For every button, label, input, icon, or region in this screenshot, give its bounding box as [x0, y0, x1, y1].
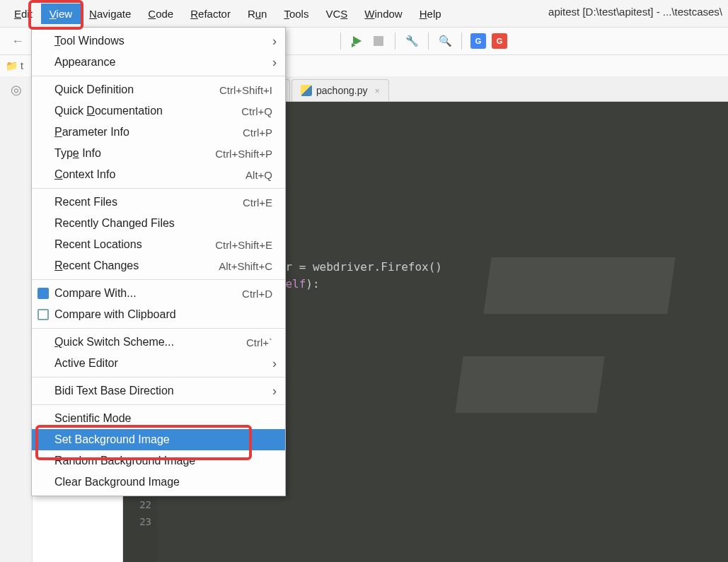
- menu-item-shortcut: Ctrl+Shift+E: [215, 239, 272, 251]
- menu-item-scientific-mode[interactable]: Scientific Mode: [32, 408, 285, 429]
- menu-item-label: Bidi Text Base Direction: [54, 385, 174, 397]
- menu-item-label: Recent Changes: [54, 259, 139, 272]
- menu-item-label: Recently Changed Files: [54, 217, 175, 230]
- toolbar-separator: [428, 33, 429, 49]
- menu-separator: [32, 279, 285, 280]
- menu-item-label: Active Editor: [54, 357, 118, 370]
- menu-item-shortcut: Ctrl+Q: [241, 105, 272, 117]
- menu-item-recent-locations[interactable]: Recent LocationsCtrl+Shift+E: [32, 234, 285, 255]
- menu-item-quick-switch-scheme[interactable]: Quick Switch Scheme...Ctrl+`: [32, 332, 285, 353]
- menu-item-label: Clear Background Image: [54, 476, 180, 488]
- translate-icon[interactable]: G: [470, 33, 486, 49]
- menu-item-shortcut: Ctrl+P: [243, 127, 272, 139]
- menu-item-parameter-info[interactable]: Parameter InfoCtrl+P: [32, 122, 285, 143]
- menu-item-appearance[interactable]: Appearance: [32, 52, 285, 73]
- background-watermark: [431, 215, 714, 498]
- editor-tab[interactable]: pachong.py×: [291, 79, 389, 101]
- menu-item-label: Compare with Clipboard: [54, 308, 176, 321]
- tab-label: pachong.py: [316, 85, 367, 96]
- menu-window[interactable]: Window: [356, 4, 410, 24]
- menu-separator: [32, 76, 285, 76]
- line-number: 22: [123, 496, 151, 513]
- menu-item-clear-background-image[interactable]: Clear Background Image: [32, 472, 285, 493]
- line-number: 23: [123, 513, 151, 530]
- menu-item-quick-documentation[interactable]: Quick DocumentationCtrl+Q: [32, 100, 285, 122]
- run-icon[interactable]: [349, 33, 365, 49]
- stop-icon[interactable]: [371, 33, 386, 49]
- menu-item-bidi-text-base-direction[interactable]: Bidi Text Base Direction: [32, 380, 285, 402]
- menu-edit[interactable]: Edit: [6, 4, 41, 24]
- settings-wrench-icon[interactable]: 🔧: [404, 33, 420, 49]
- menu-item-label: Compare With...: [54, 287, 137, 300]
- python-file-icon: [301, 85, 312, 96]
- window-title: apitest [D:\test\apitest] - ...\testcase…: [548, 6, 722, 18]
- menu-item-label: Quick Documentation: [54, 105, 163, 117]
- menu-navigate[interactable]: Navigate: [81, 4, 139, 24]
- menu-item-label: Recent Files: [54, 196, 117, 209]
- menu-item-active-editor[interactable]: Active Editor: [32, 353, 285, 374]
- breadcrumb-segment[interactable]: t: [21, 60, 23, 71]
- toolbar-separator: [340, 33, 341, 49]
- menu-vcs[interactable]: VCS: [317, 4, 356, 24]
- menu-item-compare-with-clipboard[interactable]: Compare with Clipboard: [32, 304, 285, 325]
- tool-sidebar: ◎: [0, 76, 33, 562]
- menu-separator: [32, 328, 285, 329]
- menu-item-label: Tool Windows: [54, 35, 125, 47]
- menu-item-shortcut: Ctrl+Shift+I: [219, 84, 272, 96]
- menu-item-recent-files[interactable]: Recent FilesCtrl+E: [32, 192, 285, 213]
- menu-separator: [32, 404, 285, 405]
- menu-item-label: Quick Switch Scheme...: [54, 336, 174, 349]
- svg-rect-1: [374, 36, 383, 46]
- menu-help[interactable]: Help: [411, 4, 450, 24]
- menu-item-label: Quick Definition: [54, 83, 134, 96]
- menu-item-set-background-image[interactable]: Set Background Image: [32, 429, 285, 450]
- menu-item-shortcut: Ctrl+`: [246, 336, 272, 349]
- menu-item-shortcut: Ctrl+D: [242, 288, 272, 300]
- toolbar-separator: [395, 33, 395, 49]
- menu-run[interactable]: Run: [239, 4, 276, 24]
- clipboard-icon: [37, 309, 49, 320]
- menu-item-tool-windows[interactable]: Tool Windows: [32, 30, 285, 52]
- menu-item-label: Set Background Image: [54, 433, 170, 446]
- menu-item-label: Appearance: [54, 56, 115, 69]
- menu-item-label: Context Info: [54, 168, 115, 181]
- menu-item-quick-definition[interactable]: Quick DefinitionCtrl+Shift+I: [32, 79, 285, 100]
- nav-back-icon[interactable]: ←: [6, 31, 30, 52]
- menu-item-label: Type Info: [54, 147, 101, 160]
- menu-item-random-background-image[interactable]: Random Background Image: [32, 450, 285, 472]
- menu-refactor[interactable]: Refactor: [182, 4, 239, 24]
- menu-tools[interactable]: Tools: [275, 4, 317, 24]
- menu-item-recently-changed-files[interactable]: Recently Changed Files: [32, 213, 285, 234]
- search-icon[interactable]: 🔍: [437, 33, 453, 49]
- toolbar-separator: [461, 33, 462, 49]
- menu-item-label: Random Background Image: [54, 455, 195, 467]
- menu-item-label: Parameter Info: [54, 126, 129, 139]
- menu-item-shortcut: Alt+Shift+C: [219, 260, 272, 272]
- menu-separator: [32, 188, 285, 189]
- menu-item-shortcut: Alt+Q: [245, 169, 272, 181]
- menu-view[interactable]: View: [41, 4, 81, 24]
- menu-separator: [32, 377, 285, 377]
- folder-icon: 📁: [6, 60, 18, 71]
- menu-item-shortcut: Ctrl+E: [243, 197, 272, 209]
- menu-item-shortcut: Ctrl+Shift+P: [215, 148, 272, 160]
- close-icon[interactable]: ×: [374, 86, 380, 96]
- menu-item-type-info[interactable]: Type InfoCtrl+Shift+P: [32, 143, 285, 164]
- structure-target-icon[interactable]: ◎: [11, 82, 22, 98]
- menu-item-label: Recent Locations: [54, 238, 142, 251]
- menu-item-context-info[interactable]: Context InfoAlt+Q: [32, 164, 285, 185]
- translate-alt-icon[interactable]: G: [492, 33, 507, 49]
- menubar: EditViewNavigateCodeRefactorRunToolsVCSW…: [0, 0, 728, 27]
- menu-item-compare-with[interactable]: Compare With...Ctrl+D: [32, 283, 285, 304]
- compare-icon: [37, 288, 49, 299]
- view-menu-dropdown: Tool WindowsAppearanceQuick DefinitionCt…: [31, 27, 286, 496]
- menu-item-recent-changes[interactable]: Recent ChangesAlt+Shift+C: [32, 255, 285, 276]
- menu-code[interactable]: Code: [139, 4, 182, 24]
- menu-item-label: Scientific Mode: [54, 412, 132, 425]
